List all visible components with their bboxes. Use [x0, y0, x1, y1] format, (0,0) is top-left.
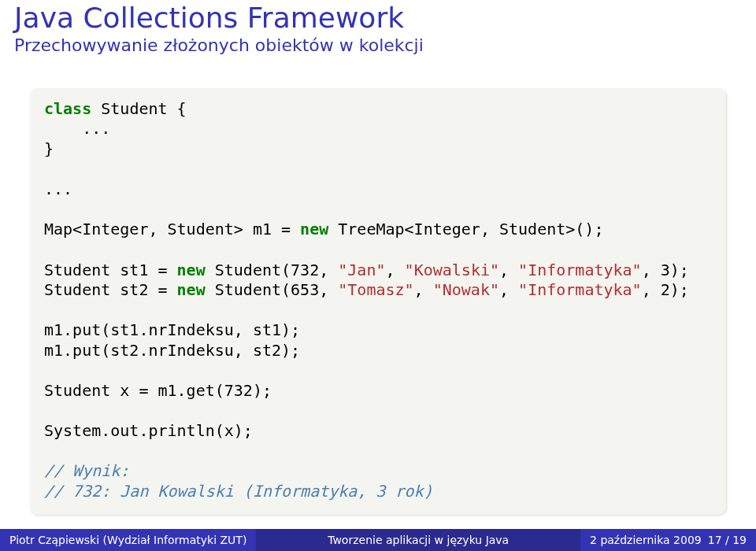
kw-new: new	[300, 220, 328, 239]
code-text: Student x = m1.get(732);	[44, 381, 272, 400]
code-text: Student st1 =	[44, 261, 177, 279]
class-decl: Student {	[91, 99, 186, 118]
string-literal: "Nowak"	[433, 280, 499, 299]
string-literal: "Informatyka"	[518, 280, 642, 299]
string-literal: "Informatyka"	[518, 261, 642, 279]
slide-subtitle: Przechowywanie złożonych obiektów w kole…	[14, 35, 742, 56]
ellipsis: ...	[44, 179, 72, 198]
code-text: TreeMap<Integer, Student>();	[328, 220, 603, 239]
brace-close: }	[44, 139, 54, 158]
footer: Piotr Cząpiewski (Wydział Informatyki ZU…	[0, 529, 756, 551]
code-text: ,	[499, 261, 518, 279]
kw-class: class	[44, 99, 91, 118]
header: Java Collections Framework Przechowywani…	[0, 0, 756, 65]
footer-title: Tworzenie aplikacji w języku Java	[256, 529, 580, 551]
code-text: m1.put(st2.nrIndeksu, st2);	[44, 341, 300, 360]
code-text: System.out.println(x);	[44, 421, 253, 440]
code-listing: class Student { ... } ... Map<Integer, S…	[44, 99, 712, 502]
kw-new: new	[177, 261, 206, 279]
code-text: Student(653,	[206, 280, 339, 299]
slide: Java Collections Framework Przechowywani…	[0, 0, 756, 551]
code-text: Student(732,	[206, 261, 339, 279]
string-literal: "Kowalski"	[405, 261, 499, 279]
comment: // Wynik:	[44, 461, 129, 480]
code-block: class Student { ... } ... Map<Integer, S…	[30, 88, 726, 515]
ellipsis: ...	[44, 119, 110, 138]
footer-author: Piotr Cząpiewski (Wydział Informatyki ZU…	[0, 529, 256, 551]
slide-title: Java Collections Framework	[14, 2, 742, 34]
code-text: , 2);	[642, 280, 689, 299]
code-text: ,	[499, 280, 518, 299]
string-literal: "Tomasz"	[338, 280, 413, 299]
footer-right: 2 października 2009 17 / 19	[580, 529, 756, 551]
code-text: Student st2 =	[44, 280, 177, 299]
string-literal: "Jan"	[338, 261, 385, 279]
code-text: , 3);	[642, 261, 689, 279]
kw-new: new	[177, 280, 206, 299]
code-text: m1.put(st1.nrIndeksu, st1);	[44, 320, 300, 339]
footer-page: 17 / 19	[708, 534, 747, 546]
code-text: ,	[386, 261, 405, 279]
footer-date: 2 października 2009	[590, 534, 702, 546]
code-text: Map<Integer, Student> m1 =	[44, 220, 300, 239]
comment: // 732: Jan Kowalski (Informatyka, 3 rok…	[44, 482, 433, 501]
code-text: ,	[414, 280, 433, 299]
